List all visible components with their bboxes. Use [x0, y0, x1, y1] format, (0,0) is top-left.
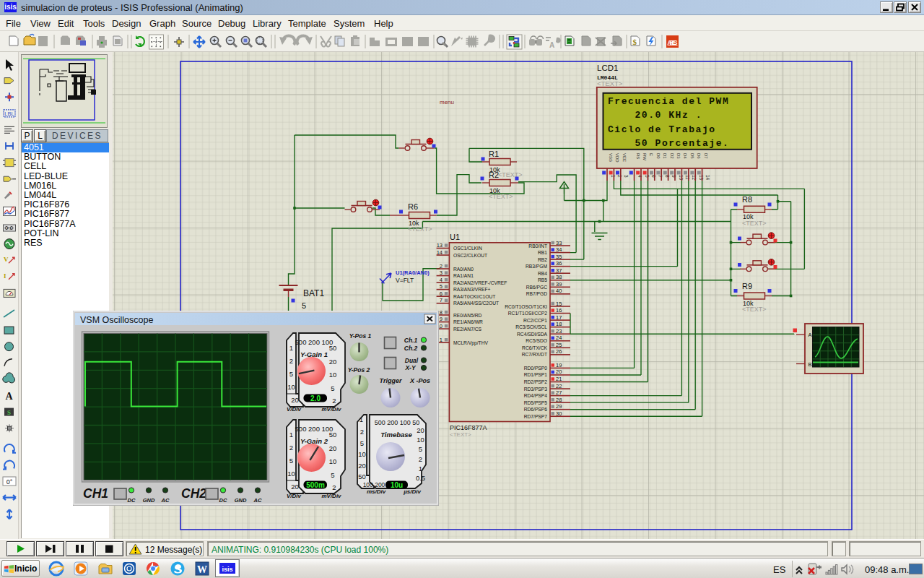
svg-text:24: 24: [556, 335, 562, 341]
svg-text:7: 7: [440, 297, 443, 303]
svg-text:10: 10: [287, 383, 295, 391]
svg-text:13: 13: [437, 242, 443, 249]
svg-text:A: A: [5, 391, 13, 402]
svg-text:RD5/PSP5: RD5/PSP5: [524, 400, 548, 405]
svg-text:mV/Div: mV/Div: [321, 493, 341, 499]
svg-text:3: 3: [624, 175, 629, 178]
svg-text:VSM Oscilloscope: VSM Oscilloscope: [80, 315, 153, 325]
svg-text:RB6/PGC: RB6/PGC: [526, 285, 548, 290]
svg-text:29: 29: [556, 403, 562, 410]
svg-text:RB7/PGD: RB7/PGD: [526, 291, 548, 296]
svg-text:RA1/AN1: RA1/AN1: [453, 273, 474, 278]
svg-text:<TEXT>: <TEXT>: [597, 79, 623, 87]
svg-text:ms/Div: ms/Div: [367, 488, 386, 495]
svg-text:16: 16: [556, 307, 562, 314]
svg-text:D3: D3: [676, 153, 681, 159]
svg-text:PIC16F877A: PIC16F877A: [450, 424, 487, 431]
svg-text:D5: D5: [690, 153, 694, 159]
svg-text:12: 12: [692, 175, 697, 181]
svg-text:5: 5: [289, 457, 293, 465]
svg-text:<TEXT>: <TEXT>: [742, 306, 767, 313]
svg-text:20: 20: [291, 396, 299, 404]
svg-text:Dual: Dual: [405, 357, 419, 364]
svg-text:D0: D0: [656, 153, 661, 159]
svg-text:Y-Pos 1: Y-Pos 1: [349, 332, 372, 340]
svg-text:40: 40: [556, 288, 562, 294]
svg-text:D4: D4: [683, 153, 687, 159]
svg-text:3: 3: [440, 269, 443, 276]
svg-text:RB3/PGM: RB3/PGM: [526, 264, 548, 269]
svg-text:14: 14: [437, 249, 443, 256]
svg-text:AC: AC: [253, 497, 262, 504]
svg-text:20.0 KHz .: 20.0 KHz .: [635, 110, 703, 121]
svg-text:X-Y: X-Y: [404, 364, 417, 371]
svg-text:1: 1: [419, 465, 422, 473]
svg-text:RD1/PSP1: RD1/PSP1: [524, 372, 548, 377]
svg-text:X -Pos: X -Pos: [409, 377, 430, 384]
svg-text:4: 4: [637, 175, 642, 178]
svg-text:10: 10: [329, 371, 337, 379]
svg-text:500 200 100: 500 200 100: [295, 338, 334, 346]
svg-text:20: 20: [417, 426, 424, 434]
svg-text:RC3/SCK/SCL: RC3/SCK/SCL: [515, 324, 547, 329]
svg-text:9: 9: [440, 316, 443, 322]
svg-text:18: 18: [556, 321, 562, 327]
svg-text:0.5: 0.5: [416, 474, 425, 482]
svg-text:26: 26: [556, 348, 562, 355]
svg-text:8: 8: [665, 175, 670, 178]
svg-text:5: 5: [289, 370, 293, 378]
svg-text:D2: D2: [670, 153, 674, 159]
svg-text:RD3/PSP3: RD3/PSP3: [524, 387, 548, 392]
svg-text:19: 19: [556, 362, 562, 368]
svg-text:34: 34: [556, 246, 562, 253]
svg-text:2: 2: [360, 428, 364, 436]
svg-text:S: S: [7, 409, 11, 416]
svg-text:50: 50: [329, 431, 337, 439]
svg-text:RA2/AN2/VREF-/CVREF: RA2/AN2/VREF-/CVREF: [453, 280, 507, 285]
svg-text:2: 2: [419, 455, 422, 463]
svg-text:VEE: VEE: [622, 153, 627, 162]
svg-text:RC1/T1OSI/CCP2: RC1/T1OSI/CCP2: [508, 311, 548, 316]
svg-text:GND: GND: [143, 497, 155, 504]
svg-text:13: 13: [699, 175, 704, 181]
svg-text:ARES: ARES: [668, 39, 678, 46]
svg-text:V/Div: V/Div: [287, 406, 302, 413]
svg-text:RC0/T1OSO/T1CKI: RC0/T1OSO/T1CKI: [505, 304, 547, 309]
svg-text:Timebase: Timebase: [380, 431, 412, 439]
svg-text:RC7/RX/DT: RC7/RX/DT: [522, 352, 547, 357]
svg-text:B: B: [808, 361, 812, 368]
svg-text:2: 2: [289, 444, 293, 452]
svg-text:RW: RW: [642, 153, 647, 160]
svg-text:D6: D6: [697, 153, 701, 159]
svg-text:RD2/PSP2: RD2/PSP2: [524, 379, 548, 384]
svg-text:20: 20: [556, 368, 562, 375]
svg-text:2: 2: [617, 175, 622, 178]
svg-text:R9: R9: [742, 282, 752, 290]
svg-text:500 200 100: 500 200 100: [295, 425, 334, 433]
svg-text:50: 50: [329, 344, 337, 352]
svg-text:36: 36: [556, 260, 562, 267]
svg-text:38: 38: [556, 274, 562, 280]
svg-text:20: 20: [291, 483, 299, 491]
svg-text:Y-Gain 2: Y-Gain 2: [300, 437, 328, 445]
svg-text:14: 14: [705, 175, 710, 181]
svg-text:20: 20: [329, 358, 337, 366]
svg-text:2: 2: [332, 483, 336, 491]
svg-text:7: 7: [658, 175, 663, 178]
svg-text:W: W: [197, 564, 207, 575]
svg-text:1: 1: [359, 415, 363, 423]
svg-text:R2: R2: [489, 171, 499, 179]
svg-text:6: 6: [440, 290, 443, 297]
svg-text:DC: DC: [128, 497, 136, 504]
svg-text:8: 8: [440, 309, 443, 316]
svg-text:VDD: VDD: [615, 153, 619, 163]
svg-text:5: 5: [331, 384, 334, 392]
svg-text:MCLR/Vpp/THV: MCLR/Vpp/THV: [453, 340, 488, 346]
svg-text:OSC1/CLKIN: OSC1/CLKIN: [453, 246, 482, 251]
svg-text:CH1: CH1: [83, 486, 108, 501]
svg-text:4: 4: [440, 277, 443, 283]
svg-text:20: 20: [358, 462, 366, 470]
svg-text:RC6/TX/CK: RC6/TX/CK: [522, 345, 547, 350]
svg-text:RA4/T0CKI/C1OUT: RA4/T0CKI/C1OUT: [453, 294, 495, 299]
svg-text:5: 5: [645, 175, 650, 178]
